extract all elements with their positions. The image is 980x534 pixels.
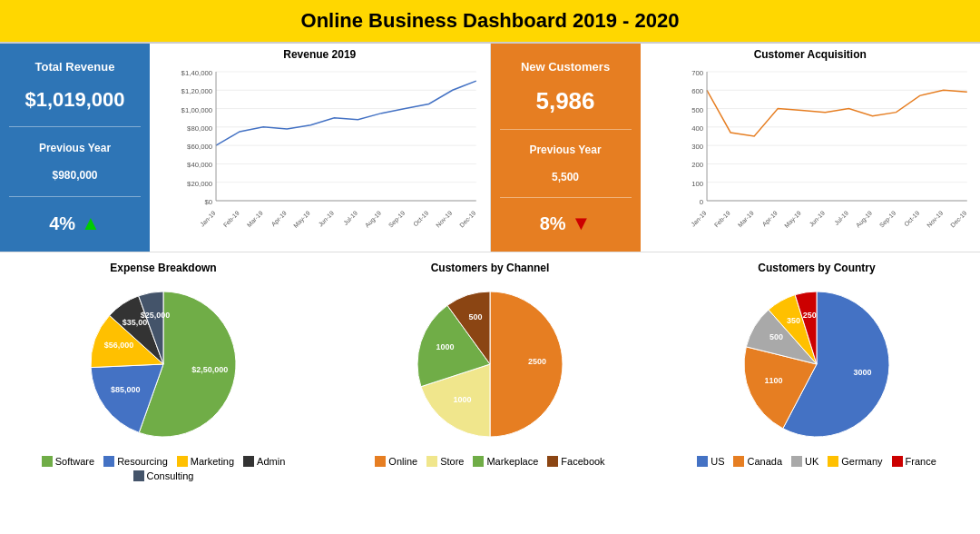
legend-color-box [473,456,484,467]
svg-text:Nov-19: Nov-19 [435,210,453,229]
prev-year-label: Previous Year [39,142,111,154]
country-pie-title: Customers by Country [758,262,875,274]
svg-text:$40,000: $40,000 [187,161,213,169]
svg-text:500: 500 [769,332,783,341]
legend-label: US [710,456,724,467]
svg-text:Jan-19: Jan-19 [199,210,217,228]
country-pie-section: Customers by Country 30001100500350250 U… [653,262,980,523]
svg-text:Feb-19: Feb-19 [712,210,730,229]
svg-text:Mar-19: Mar-19 [736,210,754,229]
svg-text:600: 600 [691,87,704,95]
svg-text:0: 0 [699,198,703,206]
svg-text:100: 100 [691,180,704,188]
total-revenue-kpi: Total Revenue $1,019,000 Previous Year $… [0,44,150,252]
legend-color-box [828,456,838,467]
title-text: Online Business Dashboard 2019 - 2020 [301,9,680,32]
legend-item: Software [42,456,94,467]
svg-text:2500: 2500 [528,357,546,366]
svg-text:Feb-19: Feb-19 [222,210,240,229]
expense-legend: SoftwareResourcingMarketingAdminConsulti… [0,456,327,481]
legend-item: Online [375,456,417,467]
nc-prev-label: Previous Year [529,143,601,156]
svg-text:$1,20,000: $1,20,000 [181,87,213,95]
svg-text:250: 250 [803,311,817,320]
new-customers-kpi: New Customers 5,986 Previous Year 5,500 … [491,44,641,252]
svg-text:$1,00,000: $1,00,000 [181,105,213,114]
legend-label: Admin [257,456,285,467]
svg-text:300: 300 [691,143,704,151]
legend-color-box [42,456,53,467]
svg-text:Jun-19: Jun-19 [808,210,826,228]
svg-text:Aug-19: Aug-19 [364,210,383,230]
svg-text:500: 500 [691,105,704,114]
down-arrow-icon: ▼ [572,212,592,235]
legend-item: US [697,456,724,467]
svg-text:$80,000: $80,000 [187,124,213,133]
svg-text:Oct-19: Oct-19 [903,210,920,228]
svg-text:$85,000: $85,000 [111,385,141,394]
svg-text:Apr-19: Apr-19 [270,210,289,229]
legend-label: Store [440,456,464,467]
bottom-section: Expense Breakdown $2,50,000$85,000$56,00… [0,252,980,523]
legend-label: UK [805,456,818,467]
svg-text:Oct-19: Oct-19 [412,210,429,228]
svg-text:Dec-19: Dec-19 [949,210,967,229]
svg-text:200: 200 [691,161,704,169]
legend-item: Canada [733,456,782,467]
svg-text:Jan-19: Jan-19 [690,210,708,228]
revenue-change-pct: 4% [49,213,75,234]
total-revenue-label: Total Revenue [35,60,115,74]
svg-text:700: 700 [691,69,704,77]
channel-legend: OnlineStoreMarkeplaceFacebook [366,456,613,467]
svg-text:$25,000: $25,000 [141,311,171,320]
svg-text:Sep-19: Sep-19 [877,210,897,230]
legend-label: Software [55,456,94,467]
svg-text:500: 500 [468,312,482,321]
legend-item: Consulting [133,470,194,481]
legend-label: Consulting [147,470,194,481]
up-arrow-icon: ▲ [81,212,101,235]
legend-label: Germany [841,456,882,467]
legend-item: Facebook [547,456,604,467]
country-pie-chart: 30001100500350250 [717,278,916,450]
legend-label: France [906,456,936,467]
legend-label: Resourcing [117,456,168,467]
revenue-change: 4% ▲ [49,212,101,235]
legend-item: Store [426,456,464,467]
new-customers-label: New Customers [521,60,610,74]
svg-text:350: 350 [787,316,800,325]
svg-text:Sep-19: Sep-19 [387,210,407,230]
svg-text:$60,000: $60,000 [187,143,213,151]
legend-item: Marketing [177,456,234,467]
svg-text:Mar-19: Mar-19 [246,210,264,229]
legend-item: Germany [828,456,882,467]
svg-text:$2,50,000: $2,50,000 [191,365,228,374]
channel-pie-title: Customers by Channel [431,262,550,274]
customer-acquisition-box: Customer Acquisition 7006005004003002001… [641,44,981,252]
total-revenue-value: $1,019,000 [24,88,124,112]
legend-item: Markeplace [473,456,538,467]
customer-acquisition-title: Customer Acquisition [645,48,976,61]
legend-color-box [177,456,188,467]
svg-text:Jul-19: Jul-19 [833,210,849,227]
svg-text:$20,000: $20,000 [187,180,213,188]
svg-text:May-19: May-19 [783,210,803,230]
svg-text:$56,000: $56,000 [104,341,134,350]
svg-text:Aug-19: Aug-19 [854,210,873,230]
legend-color-box [892,456,903,467]
legend-label: Markeplace [486,456,538,467]
new-customers-value: 5,986 [535,87,594,115]
prev-year-value: $980,000 [52,169,97,182]
customer-acquisition-chart: 7006005004003002001000Jan-19Feb-19Mar-19… [645,64,976,242]
svg-text:Apr-19: Apr-19 [760,210,779,229]
top-section: Total Revenue $1,019,000 Previous Year $… [0,44,980,252]
svg-text:3000: 3000 [853,368,871,377]
revenue-chart: $1,40,000$1,20,000$1,00,000$80,000$60,00… [154,64,485,242]
channel-pie-section: Customers by Channel 250010001000500 Onl… [327,262,653,523]
svg-text:$0: $0 [205,198,213,206]
legend-item: France [892,456,936,467]
legend-color-box [133,470,144,481]
channel-pie-chart: 250010001000500 [390,278,590,450]
svg-text:May-19: May-19 [292,210,312,230]
svg-text:1000: 1000 [436,342,455,351]
